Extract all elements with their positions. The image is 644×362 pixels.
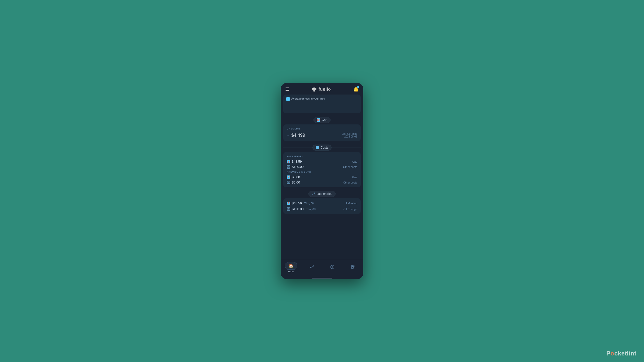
svg-rect-17 bbox=[354, 265, 354, 267]
notification-dot bbox=[357, 86, 359, 88]
cost-row-left: ⛽ $48.59 bbox=[287, 160, 302, 163]
pocketlint-watermark: Pocketlint bbox=[606, 350, 636, 357]
fuel-cost-icon-prev: ⛽ bbox=[287, 175, 290, 179]
cost-row-gas-this-month: ⛽ $48.59 Gas bbox=[287, 160, 357, 163]
cost-row-left: ⛽ $0.00 bbox=[287, 175, 300, 179]
cost-row-gas-prev-month: ⛽ $0.00 Gas bbox=[287, 175, 357, 179]
gas-section-divider: ⛽ Gas bbox=[281, 115, 363, 124]
avg-prices-icon: i bbox=[286, 97, 290, 101]
entry-amount-1: $48.59 bbox=[292, 201, 302, 205]
accent-letter: o bbox=[611, 350, 614, 357]
cost-row-other-this-month: $120.00 Other costs bbox=[287, 165, 357, 169]
entry-amount-2: $120.00 bbox=[292, 207, 304, 211]
last-entries-section-divider: Last entries bbox=[281, 189, 363, 198]
costs-chip-label: Costs bbox=[320, 146, 328, 149]
bottom-bar bbox=[281, 277, 363, 279]
gasoline-price-left: → $4.499 bbox=[287, 133, 305, 138]
app-header: ☰ fuelio 🔔 bbox=[281, 83, 363, 95]
prev-month-gas-category: Gas bbox=[352, 176, 357, 179]
entry-type-2: Oil Change bbox=[343, 208, 357, 211]
gas-chip-label: Gas bbox=[321, 118, 327, 122]
logo-text: fuelio bbox=[318, 87, 331, 92]
gasoline-price-right: Last fuel price 2024-08-08 bbox=[342, 132, 357, 138]
entry-left-2: $120.00 Thu, 08 bbox=[287, 207, 315, 211]
nav-costs[interactable]: $ bbox=[325, 265, 340, 270]
home-pill: 🏠 bbox=[285, 262, 297, 270]
entry-left-1: ⛽ $48.59 Thu, 08 bbox=[287, 201, 314, 205]
home-indicator bbox=[312, 278, 332, 279]
this-month-gas-category: Gas bbox=[352, 160, 357, 163]
entry-row-2: $120.00 Thu, 08 Oil Change bbox=[287, 207, 357, 211]
cost-row-left: $120.00 bbox=[287, 165, 304, 169]
entry-other-icon-2 bbox=[287, 207, 290, 211]
avg-prices-label: Average prices in your area bbox=[291, 97, 325, 100]
svg-rect-1 bbox=[313, 90, 315, 92]
home-label: Home bbox=[288, 270, 294, 273]
svg-text:$: $ bbox=[332, 266, 333, 268]
stats-icon bbox=[309, 265, 314, 270]
scroll-content[interactable]: i Average prices in your area ⛽ Gas GASO… bbox=[281, 95, 363, 260]
costs-card: THIS MONTH ⛽ $48.59 Gas bbox=[283, 152, 361, 187]
dollar-icon: $ bbox=[330, 265, 335, 270]
prev-month-label: PREVIOUS MONTH bbox=[287, 171, 357, 173]
gasoline-card: GASOLINE → $4.499 Last fuel price 2024-0… bbox=[283, 124, 361, 141]
svg-rect-3 bbox=[316, 147, 319, 149]
prev-month-other-amount: $0.00 bbox=[292, 180, 300, 184]
gas-price: $4.499 bbox=[291, 133, 305, 138]
cost-row-other-prev-month: $0.00 Other costs bbox=[287, 180, 357, 184]
nav-fuel[interactable] bbox=[345, 265, 360, 270]
costs-section-divider: Costs bbox=[281, 143, 363, 152]
gas-chip[interactable]: ⛽ Gas bbox=[313, 117, 330, 123]
entry-fuel-icon-1: ⛽ bbox=[287, 202, 290, 205]
this-month-other-category: Other costs bbox=[343, 165, 357, 168]
svg-rect-5 bbox=[317, 148, 317, 148]
fuel-cost-icon: ⛽ bbox=[287, 160, 290, 163]
entry-type-1: Refueling bbox=[346, 202, 357, 205]
costs-chip-icon bbox=[316, 146, 319, 149]
gasoline-row: → $4.499 Last fuel price 2024-08-08 bbox=[287, 132, 357, 138]
last-entries-chip[interactable]: Last entries bbox=[308, 191, 335, 197]
prev-month-other-category: Other costs bbox=[343, 181, 357, 184]
last-entries-card: ⛽ $48.59 Thu, 08 Refueling bbox=[283, 198, 361, 214]
entry-date-2: Thu, 08 bbox=[306, 208, 315, 211]
entry-row-1: ⛽ $48.59 Thu, 08 Refueling bbox=[287, 201, 357, 205]
nav-home[interactable]: 🏠 Home bbox=[284, 262, 299, 273]
last-fuel-date: 2024-08-08 bbox=[342, 135, 357, 138]
home-icon: 🏠 bbox=[289, 263, 294, 268]
last-fuel-label: Last fuel price bbox=[342, 132, 357, 135]
this-month-other-amount: $120.00 bbox=[292, 165, 304, 169]
entry-date-1: Thu, 08 bbox=[304, 202, 314, 205]
gas-arrow-icon: → bbox=[287, 133, 290, 137]
cost-row-left: $0.00 bbox=[287, 180, 300, 184]
svg-point-2 bbox=[313, 88, 314, 89]
last-entries-chip-label: Last entries bbox=[316, 192, 332, 196]
bell-icon[interactable]: 🔔 bbox=[353, 86, 359, 92]
phone-frame: ☰ fuelio 🔔 i bbox=[281, 83, 363, 279]
nav-stats[interactable] bbox=[304, 265, 319, 270]
prev-month-gas-amount: $0.00 bbox=[292, 175, 300, 179]
logo: fuelio bbox=[311, 86, 331, 92]
mushroom-icon bbox=[311, 86, 317, 92]
this-month-gas-amount: $48.59 bbox=[292, 160, 302, 163]
other-cost-icon-prev bbox=[287, 181, 290, 184]
gasoline-card-label: GASOLINE bbox=[287, 127, 357, 130]
other-cost-icon bbox=[287, 165, 290, 169]
svg-rect-15 bbox=[352, 266, 353, 267]
bottom-nav: 🏠 Home $ bbox=[281, 260, 363, 277]
this-month-label: THIS MONTH bbox=[287, 155, 357, 158]
costs-chip[interactable]: Costs bbox=[312, 145, 332, 151]
entries-chip-icon bbox=[312, 192, 315, 196]
fuel-gauge-icon bbox=[351, 265, 355, 270]
gas-chip-icon: ⛽ bbox=[317, 118, 320, 122]
menu-icon[interactable]: ☰ bbox=[285, 86, 289, 92]
map-card: i Average prices in your area bbox=[283, 95, 361, 113]
